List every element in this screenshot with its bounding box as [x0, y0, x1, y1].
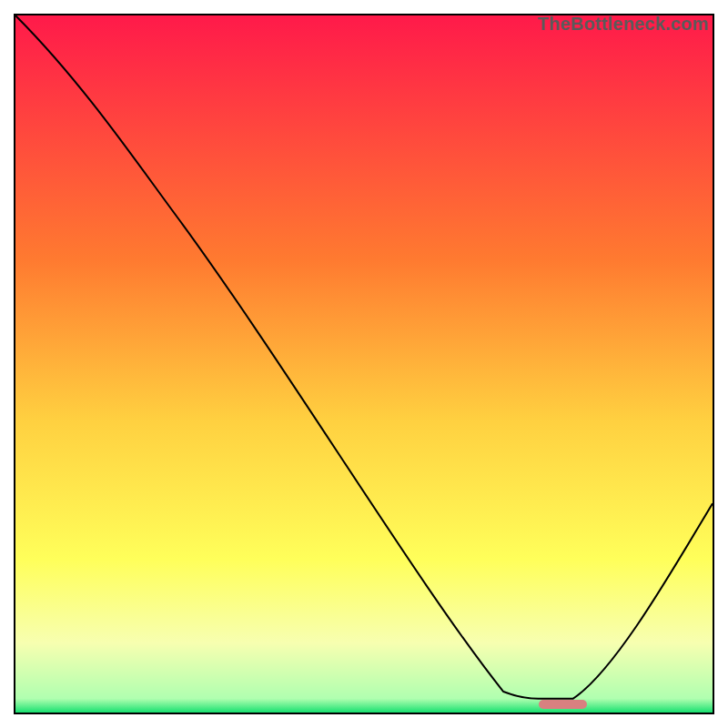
bottleneck-chart	[15, 15, 713, 713]
gradient-background	[15, 15, 713, 713]
chart-frame: TheBottleneck.com	[14, 14, 714, 714]
optimal-marker	[539, 700, 588, 709]
attribution-label: TheBottleneck.com	[538, 14, 709, 35]
